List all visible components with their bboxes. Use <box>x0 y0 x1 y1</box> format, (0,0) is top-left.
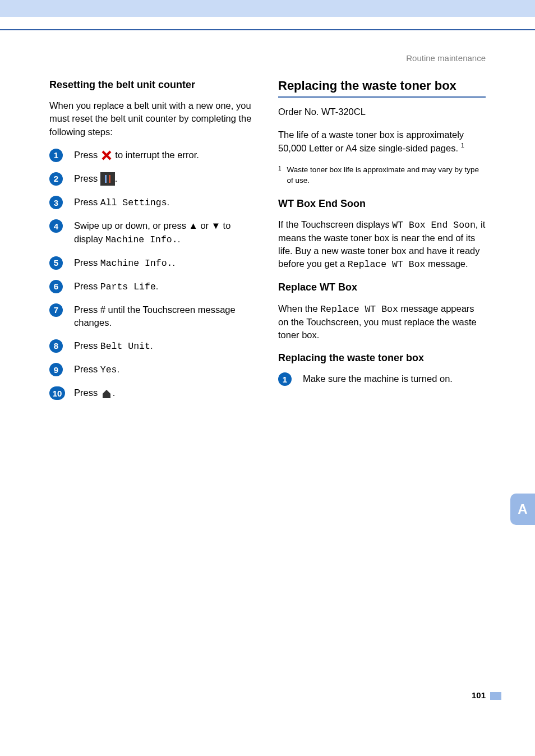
mono-text: Parts Life <box>100 282 156 292</box>
step-text: Press <box>74 340 100 351</box>
svg-rect-2 <box>105 175 107 183</box>
page-number-mark <box>490 692 501 700</box>
mono-text: Belt Unit <box>100 341 150 352</box>
step-4: 4 Swipe up or down, or press ▲ or ▼ to d… <box>49 219 257 246</box>
text: message. <box>425 259 468 269</box>
step-number-10: 10 <box>49 386 65 400</box>
life-text-span: The life of a waste toner box is approxi… <box>278 130 464 153</box>
sec2-heading: Replace WT Box <box>278 281 486 294</box>
step-text: Press <box>74 150 100 160</box>
step-number-1: 1 <box>278 372 292 386</box>
step-text: Press # until the Touchscreen message ch… <box>74 305 236 328</box>
home-icon <box>100 388 113 400</box>
step-text: . <box>173 257 176 268</box>
step-text: . <box>113 388 116 398</box>
step-text: . <box>117 364 119 374</box>
life-text: The life of a waste toner box is approxi… <box>278 128 486 155</box>
page-number: 101 <box>472 690 486 700</box>
step-text: . <box>178 234 181 244</box>
step-text: Press <box>74 197 100 207</box>
order-number: Order No. WT-320CL <box>278 105 486 118</box>
mono-text: Machine Info. <box>105 234 178 245</box>
step-number-4: 4 <box>49 219 63 233</box>
step-number-7: 7 <box>49 303 63 317</box>
sec2-body: When the Replace WT Box message appears … <box>278 302 486 342</box>
footnote-ref: 1 <box>461 142 464 149</box>
footnote: 1 Waste toner box life is approximate an… <box>278 165 486 186</box>
mono-text: Replace WT Box <box>320 304 398 315</box>
step-text: . <box>115 173 118 183</box>
chapter-title: Routine maintenance <box>406 53 486 63</box>
step-1: 1 Press to interrupt the error. <box>49 149 257 162</box>
mono-text: Yes <box>100 365 117 375</box>
step-text: Press <box>74 281 100 291</box>
step-number-1: 1 <box>49 149 63 162</box>
step-text: Press <box>74 364 100 374</box>
step-number-8: 8 <box>49 339 63 353</box>
header-divider <box>0 29 535 30</box>
sec3-steps: 1 Make sure the machine is turned on. <box>278 372 486 386</box>
content: Resetting the belt unit counter When you… <box>49 79 486 410</box>
right-column: Replacing the waste toner box Order No. … <box>278 79 486 410</box>
steps-list: 1 Press to interrupt the error. 2 Press … <box>49 149 257 400</box>
sec1-heading: WT Box End Soon <box>278 197 486 210</box>
left-heading: Resetting the belt unit counter <box>49 79 257 91</box>
step-text: . <box>150 340 153 351</box>
step-text: Press <box>74 257 100 268</box>
step-text: . <box>156 281 159 291</box>
mono-text: Replace WT Box <box>348 259 426 270</box>
step-text: to interrupt the error. <box>113 150 199 160</box>
step-text: Make sure the machine is turned on. <box>303 374 453 384</box>
left-column: Resetting the belt unit counter When you… <box>49 79 257 410</box>
tools-icon <box>100 172 115 186</box>
step-6: 6 Press Parts Life. <box>49 280 257 293</box>
step-10: 10 Press . <box>49 386 257 400</box>
step-number-9: 9 <box>49 363 63 376</box>
step-2: 2 Press . <box>49 172 257 186</box>
mono-text: WT Box End Soon <box>392 220 476 231</box>
step-text: Press <box>74 173 100 183</box>
svg-rect-3 <box>109 175 110 183</box>
text: When the <box>278 303 320 314</box>
mono-text: All Settings <box>100 197 167 208</box>
header-bar <box>0 0 535 17</box>
step-7: 7 Press # until the Touchscreen message … <box>49 303 257 329</box>
left-intro: When you replace a belt unit with a new … <box>49 99 257 138</box>
section-tab: A <box>510 494 535 525</box>
step-8: 8 Press Belt Unit. <box>49 339 257 353</box>
footnote-mark: 1 <box>278 165 282 186</box>
step-number-5: 5 <box>49 256 63 270</box>
cancel-icon <box>100 149 113 162</box>
mono-text: Machine Info. <box>100 258 173 269</box>
step-5: 5 Press Machine Info.. <box>49 256 257 270</box>
step-number-6: 6 <box>49 280 63 293</box>
step-number-3: 3 <box>49 196 63 209</box>
step-text: Press <box>74 388 100 398</box>
step-3: 3 Press All Settings. <box>49 196 257 209</box>
footnote-text: Waste toner box life is approximate and … <box>287 165 486 186</box>
step-text: . <box>167 197 170 207</box>
text: If the Touchscreen displays <box>278 219 392 229</box>
sec1-body: If the Touchscreen displays WT Box End S… <box>278 218 486 271</box>
right-main-heading: Replacing the waste toner box <box>278 79 486 98</box>
step-9: 9 Press Yes. <box>49 363 257 376</box>
sec3-step-1: 1 Make sure the machine is turned on. <box>278 372 486 386</box>
step-number-2: 2 <box>49 172 63 186</box>
sec3-heading: Replacing the waste toner box <box>278 352 486 365</box>
